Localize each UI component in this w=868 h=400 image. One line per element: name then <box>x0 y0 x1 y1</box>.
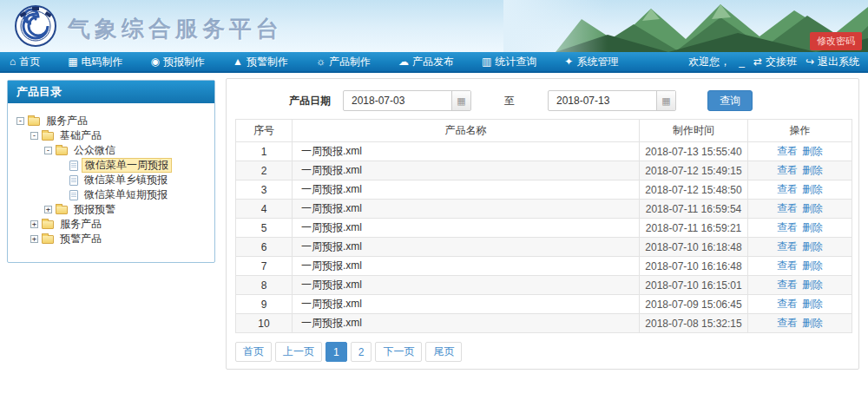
code-making-icon: ▦ <box>68 56 77 67</box>
view-link[interactable]: 查看 <box>777 240 798 252</box>
tree-expander-icon[interactable]: + <box>30 220 38 228</box>
nav-item-publish[interactable]: ☁产品发布 <box>389 52 464 71</box>
calendar-icon[interactable]: ▦ <box>451 91 470 110</box>
tree-node-label: 预警产品 <box>57 233 104 246</box>
warning-making-icon: ▲ <box>233 56 243 67</box>
tree-node-label: 服务产品 <box>43 115 90 128</box>
tree-node[interactable]: -基础产品 <box>15 128 209 143</box>
table-header-cell: 序号 <box>236 120 293 142</box>
tree-node[interactable]: +服务产品 <box>15 217 209 232</box>
nav-item-label: 首页 <box>19 55 40 69</box>
tree-node[interactable]: +预报预警 <box>15 202 209 217</box>
pagination: 首页上一页12下一页尾页 <box>235 342 858 362</box>
date-from-input[interactable]: 2018-07-03 ▦ <box>343 90 471 111</box>
delete-link[interactable]: 删除 <box>802 279 823 291</box>
tree-expander-icon[interactable]: - <box>30 132 38 140</box>
system-key-icon: ✦ <box>564 56 573 67</box>
to-label: 至 <box>504 94 515 108</box>
tree-node[interactable]: -服务产品 <box>15 114 209 128</box>
row-number-cell: 4 <box>236 200 293 219</box>
nav-item-forecast[interactable]: ◉预报制作 <box>141 52 214 71</box>
logout-icon: ↪ <box>806 56 814 68</box>
view-link[interactable]: 查看 <box>777 259 798 272</box>
stats-chart-icon: ▥ <box>482 56 491 67</box>
nav-item-code[interactable]: ▦电码制作 <box>58 52 132 71</box>
nav-item-label: 电码制作 <box>82 55 123 69</box>
table-row: 2一周预报.xml2018-07-12 15:49:15查看删除 <box>236 161 852 180</box>
operation-cell: 查看删除 <box>748 238 852 257</box>
page-first-button[interactable]: 首页 <box>235 342 272 362</box>
view-link[interactable]: 查看 <box>777 183 798 195</box>
tree-node[interactable]: 微信菜单一周预报 <box>15 158 209 173</box>
delete-link[interactable]: 删除 <box>802 259 823 272</box>
folder-icon <box>42 220 54 229</box>
page-number-button[interactable]: 1 <box>326 342 347 362</box>
weather-bureau-logo <box>14 4 57 48</box>
tree-expander-icon[interactable]: + <box>30 235 38 243</box>
delete-link[interactable]: 删除 <box>802 298 823 310</box>
welcome-text: 欢迎您， <box>688 55 730 69</box>
tree-expander-icon[interactable]: + <box>44 206 52 213</box>
logout-button[interactable]: ↪ 退出系统 <box>806 55 859 69</box>
delete-link[interactable]: 删除 <box>802 317 823 329</box>
folder-icon <box>28 117 40 126</box>
table-header-cell: 制作时间 <box>640 120 748 142</box>
created-time-cell: 2018-07-12 15:49:15 <box>640 161 748 180</box>
table-row: 5一周预报.xml2018-07-11 16:59:21查看删除 <box>236 219 852 238</box>
view-link[interactable]: 查看 <box>777 145 798 157</box>
page-prev-button[interactable]: 上一页 <box>275 342 322 362</box>
handover-button[interactable]: ⇄ 交接班 <box>753 55 797 69</box>
folder-icon <box>56 147 68 155</box>
change-password-button[interactable]: 修改密码 <box>810 32 862 50</box>
delete-link[interactable]: 删除 <box>802 164 823 176</box>
filter-row: 产品日期 2018-07-03 ▦ 至 2018-07-13 ▦ 查询 <box>227 79 858 111</box>
calendar-icon[interactable]: ▦ <box>656 91 675 110</box>
page-last-button[interactable]: 尾页 <box>425 342 462 362</box>
delete-link[interactable]: 删除 <box>802 221 823 233</box>
row-number-cell: 2 <box>236 161 293 180</box>
view-link[interactable]: 查看 <box>777 298 798 310</box>
search-button[interactable]: 查询 <box>707 90 753 111</box>
delete-link[interactable]: 删除 <box>802 240 823 252</box>
table-row: 6一周预报.xml2018-07-10 16:18:48查看删除 <box>236 238 852 257</box>
nav-item-stats[interactable]: ▥统计查询 <box>472 52 546 71</box>
main-panel: 产品日期 2018-07-03 ▦ 至 2018-07-13 ▦ 查询 序号产品… <box>226 78 859 370</box>
tree-node-label: 预报预警 <box>71 203 118 216</box>
product-name-cell: 一周预报.xml <box>293 180 640 200</box>
tree-node-label: 基础产品 <box>57 129 104 142</box>
tree-expander-icon[interactable]: - <box>16 117 24 125</box>
row-number-cell: 6 <box>236 238 293 257</box>
publish-cloud-icon: ☁ <box>398 56 409 67</box>
operation-cell: 查看删除 <box>748 314 852 333</box>
tree-node[interactable]: 微信菜单乡镇预报 <box>15 173 209 187</box>
date-to-input[interactable]: 2018-07-13 ▦ <box>548 90 676 111</box>
tree-node[interactable]: -公众微信 <box>15 143 209 158</box>
tree-node[interactable]: +预警产品 <box>15 232 209 246</box>
nav-item-home[interactable]: ⌂首页 <box>0 52 49 71</box>
delete-link[interactable]: 删除 <box>802 202 823 214</box>
product-name-cell: 一周预报.xml <box>293 238 640 257</box>
product-name-cell: 一周预报.xml <box>293 257 640 276</box>
row-number-cell: 9 <box>236 295 293 314</box>
view-link[interactable]: 查看 <box>777 202 798 214</box>
page-number-button[interactable]: 2 <box>351 342 372 362</box>
view-link[interactable]: 查看 <box>777 317 798 329</box>
page-next-button[interactable]: 下一页 <box>375 342 422 362</box>
view-link[interactable]: 查看 <box>777 164 798 176</box>
nav-item-product[interactable]: ☼产品制作 <box>306 52 380 71</box>
nav-item-system[interactable]: ✦系统管理 <box>555 52 628 71</box>
view-link[interactable]: 查看 <box>777 221 798 233</box>
handover-icon: ⇄ <box>753 56 762 68</box>
view-link[interactable]: 查看 <box>777 279 798 291</box>
table-header-row: 序号产品名称制作时间操作 <box>236 120 852 142</box>
tree-node[interactable]: 微信菜单短期预报 <box>15 187 209 202</box>
product-name-cell: 一周预报.xml <box>293 276 640 295</box>
tree-expander-icon[interactable]: - <box>44 147 52 154</box>
product-name-cell: 一周预报.xml <box>293 295 640 314</box>
delete-link[interactable]: 删除 <box>802 183 823 195</box>
nav-item-warning[interactable]: ▲预警制作 <box>223 52 298 71</box>
sidebar: 产品目录 -服务产品-基础产品-公众微信微信菜单一周预报微信菜单乡镇预报微信菜单… <box>7 80 215 263</box>
delete-link[interactable]: 删除 <box>802 145 823 157</box>
header-mist-overlay <box>503 0 608 52</box>
handover-label: 交接班 <box>766 55 797 69</box>
